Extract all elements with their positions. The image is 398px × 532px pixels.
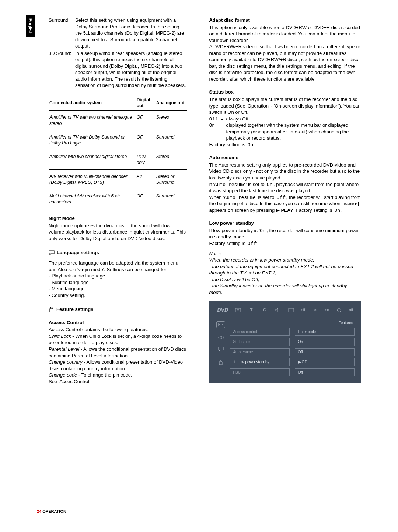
auto-title: Auto resume [209, 154, 361, 161]
access-line: Child Lock - When Child Lock is set on, … [49, 333, 187, 346]
svg-rect-0 [235, 308, 241, 312]
txt: ' is set to ' [256, 195, 277, 200]
table-row: Amplifier or TV with Dolby Surround or D… [49, 130, 187, 150]
feature-settings-heading: Feature settings [49, 306, 187, 313]
status-off-term: Off = [209, 116, 226, 122]
cell: Amplifier or TV with Dolby Surround or D… [49, 130, 136, 150]
notes-line: When the recorder is in low power standb… [209, 257, 361, 263]
osd-zoom-icon [336, 308, 342, 313]
osd-top-bar: DVD T C off ⧉ on off [216, 306, 355, 316]
osd-t-icon: T [248, 308, 255, 313]
osd-c-icon: C [261, 308, 268, 313]
txt: '. [256, 241, 258, 246]
night-mode-body: Night mode optimizes the dynamics of the… [49, 223, 187, 242]
language-intro: The preferred language can be adapted vi… [49, 260, 187, 273]
lp-factory: Factory setting is 'Off'. [209, 240, 361, 247]
cell: All [136, 169, 156, 189]
updown-icon: ⇕ [233, 360, 236, 364]
play-triangle-icon: ▶ [276, 207, 281, 213]
em: Change country [49, 359, 83, 365]
cursor-icon: ▶ [298, 360, 301, 364]
access-control-title: Access Control [49, 319, 187, 326]
def-3dsound: 3D Sound: In a set-up without rear speak… [49, 50, 187, 89]
svg-rect-2 [289, 308, 294, 312]
speech-bubble-icon [49, 250, 55, 255]
feature-settings-label: Feature settings [56, 306, 93, 313]
status-factory: Factory setting is 'On'. [209, 141, 361, 148]
osd-menu-item: Autoresume [230, 348, 289, 356]
cell: Off [136, 130, 156, 150]
osd-body: ◁)) Features Access control Status box A… [216, 316, 355, 376]
def-term: Surround: [49, 17, 75, 49]
em: Change code [49, 372, 77, 378]
status-on-term: On = [209, 122, 226, 141]
osd-ratio-icon: ⧉ [312, 308, 318, 313]
status-off-line: Off = always Off. [209, 116, 361, 122]
access-control-intro: Access Control contains the following fe… [49, 326, 187, 333]
txt: appears on screen by pressing [209, 207, 276, 213]
status-title: Status box [209, 89, 361, 95]
auto-p1: The Auto resume setting only applies to … [209, 162, 361, 181]
cell: Off [136, 111, 156, 130]
osd-value-item-active: ▶Off [295, 358, 355, 366]
osd-subtitle-icon [288, 308, 294, 313]
divider [49, 304, 100, 304]
mono: Off [248, 241, 256, 246]
sidebar-language-tab: English [26, 15, 35, 37]
osd-menu-item: Status box [230, 338, 289, 346]
notes-line: - the output of the equipment connected … [209, 263, 361, 276]
mono: Off [277, 195, 285, 200]
osd-top-value: off [301, 308, 305, 313]
rest: - To change the pin code. [77, 372, 132, 378]
txt: ' is set to ' [246, 182, 267, 187]
cell: Surround [156, 189, 187, 209]
adapt-title: Adapt disc format [209, 17, 361, 24]
language-settings-label: Language settings [57, 249, 99, 256]
status-on-line: On = displayed together with the system … [209, 122, 361, 141]
osd-side-nav: ◁)) [216, 321, 226, 376]
resume-chip-icon: resume ▶ [342, 202, 359, 206]
svg-point-1 [237, 309, 239, 311]
th-analogue: Analogue out [156, 95, 187, 111]
txt: If low power standby is ' [209, 228, 260, 233]
status-intro: The status box displays the current stat… [209, 96, 361, 116]
night-mode-title: Night Mode [49, 215, 187, 222]
osd-audio-icon [275, 308, 281, 313]
page-number: 24 [37, 509, 41, 514]
cell: Stereo or Surround [156, 169, 187, 189]
osd-value-item: Off [295, 348, 355, 356]
em: Parental Level [49, 346, 79, 352]
language-item: - Menu language [49, 286, 187, 292]
table-row: Amplifier with two channel digital stere… [49, 150, 187, 169]
cell: Surround [156, 130, 187, 150]
adapt-p1: This option is only available when a DVD… [209, 24, 361, 44]
osd-value-item: On [295, 338, 355, 346]
osd-language-icon [218, 347, 224, 353]
sound-definitions: Surround: Select this setting when using… [49, 17, 187, 89]
mono: On [267, 182, 273, 187]
txt: Factory setting is ' [209, 142, 247, 147]
lp-title: Low power standby [209, 220, 361, 227]
notes-line: - the Display will be Off, [209, 276, 361, 283]
osd-top-value: off [349, 308, 353, 313]
osd-picture-icon [216, 321, 225, 328]
txt: '. [340, 207, 342, 213]
lp-body: If low power standby is 'On', the record… [209, 227, 361, 240]
mono: On [260, 228, 266, 233]
osd-menu-item: PBC [230, 368, 289, 377]
table-row: Amplifier or TV with two channel analogu… [49, 111, 187, 130]
cell: Off [136, 189, 156, 209]
audio-system-table: Connected audio system Digital out Analo… [49, 95, 187, 209]
section-name: OPERATION [42, 509, 66, 514]
mono: Auto resume [224, 195, 256, 200]
notes-title: Notes: [209, 251, 361, 257]
def-term: 3D Sound: [49, 50, 75, 89]
osd-sound-icon: ◁)) [218, 335, 224, 340]
mono: On [335, 207, 341, 213]
access-line: Change country - Allows conditional pres… [49, 359, 187, 372]
def-body: In a set-up without rear speakers (analo… [75, 50, 187, 89]
cell: PCM only [136, 150, 156, 169]
osd-dvd-logo: DVD [217, 307, 228, 314]
osd-features-label: Features [295, 321, 355, 326]
osd-screenshot: DVD T C off ⧉ on off ◁)) [209, 301, 361, 383]
